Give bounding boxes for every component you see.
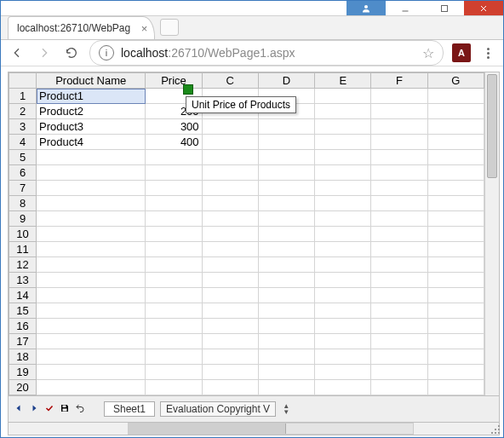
cell[interactable] bbox=[371, 89, 427, 104]
cell[interactable] bbox=[37, 273, 146, 288]
row-header[interactable]: 13 bbox=[9, 273, 37, 288]
cell[interactable] bbox=[315, 319, 371, 334]
cell[interactable] bbox=[258, 380, 314, 395]
cell[interactable] bbox=[371, 334, 427, 349]
row-header[interactable]: 5 bbox=[9, 150, 37, 165]
grid-row[interactable]: 14 bbox=[9, 288, 484, 303]
cell[interactable] bbox=[146, 150, 202, 165]
grid-row[interactable]: 8 bbox=[9, 196, 484, 211]
tab-close-icon[interactable]: × bbox=[141, 23, 148, 34]
bookmark-icon[interactable]: ☆ bbox=[422, 45, 434, 61]
row-header[interactable]: 1 bbox=[9, 89, 37, 104]
cell[interactable] bbox=[37, 349, 146, 365]
cell[interactable] bbox=[37, 181, 146, 196]
row-header[interactable]: 4 bbox=[9, 135, 37, 150]
cell[interactable]: 400 bbox=[146, 135, 202, 150]
cell[interactable]: Product2 bbox=[37, 104, 146, 119]
cell[interactable] bbox=[258, 319, 314, 334]
cell[interactable] bbox=[202, 288, 258, 303]
cell[interactable] bbox=[258, 165, 314, 181]
cell[interactable]: 300 bbox=[146, 119, 202, 135]
cell[interactable] bbox=[146, 257, 202, 273]
grid-row[interactable]: 17 bbox=[9, 334, 484, 349]
new-tab-button[interactable] bbox=[160, 19, 179, 36]
cell[interactable] bbox=[427, 181, 484, 196]
col-header-A[interactable]: Product Name bbox=[37, 73, 146, 89]
row-header[interactable]: 2 bbox=[9, 104, 37, 119]
grid-row[interactable]: 7 bbox=[9, 181, 484, 196]
row-header[interactable]: 19 bbox=[9, 365, 37, 380]
cell[interactable] bbox=[202, 165, 258, 181]
cell[interactable] bbox=[315, 165, 371, 181]
select-all-corner[interactable] bbox=[9, 73, 37, 89]
cell[interactable] bbox=[371, 196, 427, 211]
cell[interactable] bbox=[315, 181, 371, 196]
cell[interactable] bbox=[315, 196, 371, 211]
cell[interactable] bbox=[146, 365, 202, 380]
cell[interactable] bbox=[427, 89, 484, 104]
cell[interactable] bbox=[146, 165, 202, 181]
cell[interactable] bbox=[427, 319, 484, 334]
horizontal-scrollbar[interactable] bbox=[8, 423, 500, 435]
cell[interactable] bbox=[315, 273, 371, 288]
cell[interactable] bbox=[146, 273, 202, 288]
cell[interactable] bbox=[315, 104, 371, 119]
grid-row[interactable]: 10 bbox=[9, 227, 484, 242]
cell[interactable] bbox=[258, 334, 314, 349]
cell[interactable] bbox=[202, 119, 258, 135]
col-header-G[interactable]: G bbox=[427, 73, 484, 89]
grid-row[interactable]: 19 bbox=[9, 365, 484, 380]
cell[interactable] bbox=[146, 211, 202, 227]
cell[interactable] bbox=[315, 89, 371, 104]
cell[interactable] bbox=[37, 165, 146, 181]
cell[interactable] bbox=[37, 303, 146, 319]
resize-grip-icon[interactable] bbox=[491, 425, 501, 435]
grid-row[interactable]: 12 bbox=[9, 257, 484, 273]
cell[interactable] bbox=[146, 303, 202, 319]
forward-button[interactable] bbox=[35, 43, 54, 62]
cell[interactable] bbox=[258, 150, 314, 165]
col-header-E[interactable]: E bbox=[315, 73, 371, 89]
row-header[interactable]: 11 bbox=[9, 242, 37, 257]
grid-row[interactable]: 3Product3300 bbox=[9, 119, 484, 135]
cell[interactable] bbox=[258, 273, 314, 288]
cell[interactable] bbox=[202, 150, 258, 165]
cell[interactable] bbox=[202, 227, 258, 242]
row-header[interactable]: 9 bbox=[9, 211, 37, 227]
address-bar[interactable]: i localhost:26710/WebPage1.aspx ☆ bbox=[89, 40, 444, 66]
cell[interactable] bbox=[427, 227, 484, 242]
cell[interactable] bbox=[371, 104, 427, 119]
cell[interactable] bbox=[202, 303, 258, 319]
row-header[interactable]: 8 bbox=[9, 196, 37, 211]
undo-icon[interactable] bbox=[75, 403, 85, 416]
cell[interactable] bbox=[371, 319, 427, 334]
close-button[interactable] bbox=[464, 1, 503, 15]
next-sheet-icon[interactable] bbox=[29, 403, 39, 416]
cell[interactable] bbox=[427, 288, 484, 303]
cell[interactable] bbox=[427, 349, 484, 365]
prev-sheet-icon[interactable] bbox=[14, 403, 24, 416]
cell[interactable] bbox=[371, 365, 427, 380]
cell[interactable] bbox=[427, 242, 484, 257]
save-icon[interactable] bbox=[60, 403, 70, 416]
cell[interactable] bbox=[37, 257, 146, 273]
sheet-spinner[interactable]: ▲▼ bbox=[283, 403, 289, 415]
cell[interactable] bbox=[315, 303, 371, 319]
grid-row[interactable]: 11 bbox=[9, 242, 484, 257]
cell[interactable] bbox=[371, 181, 427, 196]
cell[interactable] bbox=[146, 319, 202, 334]
cell[interactable] bbox=[315, 257, 371, 273]
cell[interactable] bbox=[37, 211, 146, 227]
grid-row[interactable]: 9 bbox=[9, 211, 484, 227]
cell[interactable] bbox=[315, 227, 371, 242]
cell[interactable] bbox=[202, 196, 258, 211]
cell[interactable] bbox=[258, 349, 314, 365]
cell[interactable] bbox=[371, 211, 427, 227]
cell[interactable] bbox=[371, 165, 427, 181]
cell[interactable] bbox=[427, 150, 484, 165]
cell[interactable] bbox=[202, 349, 258, 365]
cell[interactable] bbox=[146, 242, 202, 257]
cell[interactable] bbox=[202, 242, 258, 257]
col-header-B[interactable]: Price bbox=[146, 73, 202, 89]
row-header[interactable]: 12 bbox=[9, 257, 37, 273]
